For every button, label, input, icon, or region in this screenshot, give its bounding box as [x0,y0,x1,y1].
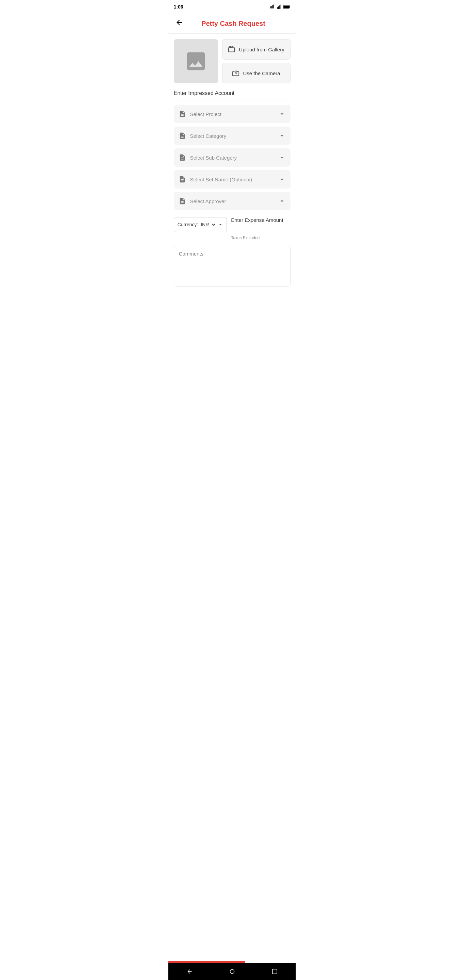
upload-buttons: Upload from Gallery Use the Camera [222,39,291,83]
select-category-label: Select Category [190,133,274,139]
select-project-dropdown[interactable]: Select Project [174,105,291,123]
upload-section: Upload from Gallery Use the Camera [174,39,291,83]
sub-category-icon [179,154,186,161]
svg-point-11 [230,969,234,974]
chevron-down-icon [278,154,286,161]
svg-rect-7 [280,5,281,9]
chevron-down-icon [278,132,286,140]
main-content: Upload from Gallery Use the Camera Enter… [168,34,296,315]
select-approver-label: Select Approver [190,198,274,204]
currency-label: Currency: [178,222,198,227]
approver-icon [179,197,186,205]
currency-chevron-icon [218,222,223,227]
svg-rect-2 [272,5,273,8]
chevron-down-icon [278,197,286,205]
nav-home-icon [229,969,235,975]
camera-icon [232,69,240,77]
status-bar: 1:06 [168,0,296,14]
taxes-excluded-label: Taxes Excluded [231,235,290,240]
comments-textarea[interactable] [174,246,291,286]
gallery-icon [228,46,235,53]
amount-label: Enter Expense Amount [231,217,290,223]
back-icon [175,18,183,27]
svg-rect-5 [278,6,279,9]
battery-icon [283,5,291,9]
project-icon [179,110,186,118]
svg-rect-6 [279,5,280,9]
notification-icon [269,5,275,9]
upload-gallery-button[interactable]: Upload from Gallery [222,39,291,60]
set-name-icon [179,176,186,183]
svg-rect-9 [289,6,290,8]
status-time: 1:06 [174,4,183,10]
nav-recents-icon [272,969,278,975]
signal-icon [276,5,282,9]
use-camera-label: Use the Camera [243,70,280,76]
svg-rect-0 [270,6,271,8]
currency-dropdown[interactable]: INR USD EUR [199,221,216,228]
expense-section: Currency: INR USD EUR Enter Expense Amou… [174,217,291,240]
section-divider [174,99,291,99]
svg-rect-10 [283,6,289,8]
status-icons [269,5,291,9]
back-button[interactable] [174,17,185,30]
chevron-down-icon [278,176,286,183]
svg-rect-1 [271,6,272,8]
select-approver-dropdown[interactable]: Select Approver [174,192,291,210]
use-camera-button[interactable]: Use the Camera [222,63,291,83]
placeholder-image-icon [184,49,208,73]
nav-home-button[interactable] [225,966,239,977]
chevron-down-icon [278,110,286,118]
bottom-navigation [168,963,296,980]
image-preview [174,39,218,83]
svg-rect-4 [277,7,278,9]
category-icon [179,132,186,140]
select-category-dropdown[interactable]: Select Category [174,127,291,145]
currency-selector[interactable]: Currency: INR USD EUR [174,217,227,232]
select-set-name-label: Select Set Name (Optional) [190,177,274,182]
page-title: Petty Cash Request [189,20,278,27]
select-set-name-dropdown[interactable]: Select Set Name (Optional) [174,170,291,189]
select-project-label: Select Project [190,111,274,117]
nav-recents-button[interactable] [268,966,281,977]
nav-back-button[interactable] [183,966,196,977]
account-section-label: Enter Impressed Account [174,90,291,96]
header: Petty Cash Request [168,14,296,34]
upload-gallery-label: Upload from Gallery [239,47,284,52]
expense-amount-input[interactable] [231,224,290,234]
nav-back-icon [186,969,192,975]
select-sub-category-label: Select Sub Category [190,155,274,161]
select-sub-category-dropdown[interactable]: Select Sub Category [174,148,291,167]
svg-rect-3 [273,5,274,8]
amount-section: Enter Expense Amount Taxes Excluded [231,217,290,240]
svg-rect-12 [272,969,277,974]
